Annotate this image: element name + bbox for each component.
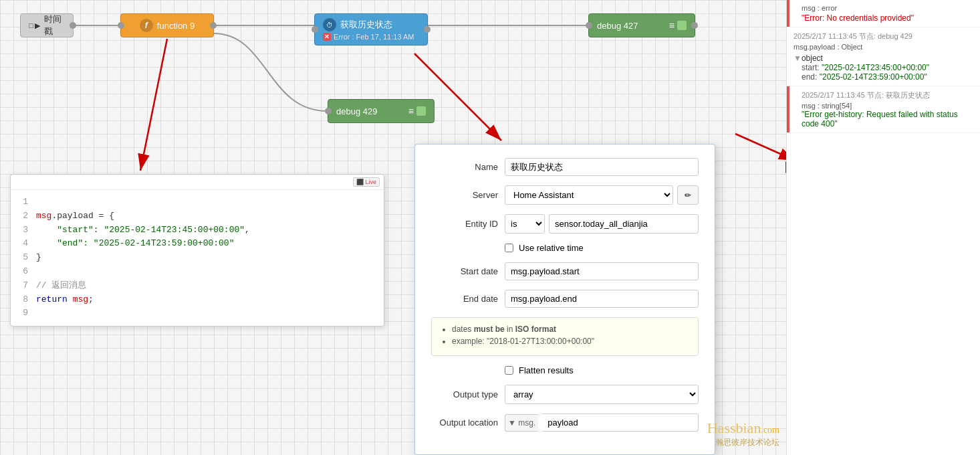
function-port-left[interactable] bbox=[118, 22, 124, 29]
svg-line-1 bbox=[140, 39, 167, 171]
flatten-results-row: Flatten results bbox=[505, 365, 699, 375]
entity-id-label: Entity ID bbox=[431, 219, 498, 229]
debug427-node[interactable]: debug 427 ≡ bbox=[588, 13, 695, 37]
debug427-menu-icon[interactable]: ≡ bbox=[669, 20, 675, 31]
server-label: Server bbox=[431, 190, 498, 200]
hassbian-logo-text: Hassbian bbox=[707, 420, 761, 436]
debug-object-2: ▼object start: "2025-02-14T23:45:00+00:0… bbox=[793, 54, 973, 82]
history-node[interactable]: ⏱ 获取历史状态 ✕ Error : Feb 17, 11:13 AM bbox=[314, 13, 428, 46]
entity-id-row: Entity ID is contains starts with bbox=[431, 214, 699, 234]
hassbian-logo: Hassbian.com bbox=[707, 420, 779, 437]
flatten-label: Flatten results bbox=[519, 365, 574, 375]
debug429-port-left[interactable] bbox=[325, 108, 332, 114]
debug-error-bar-1 bbox=[787, 0, 789, 27]
output-type-select[interactable]: array object bbox=[505, 385, 699, 404]
end-date-label: End date bbox=[431, 294, 498, 304]
history-label: 获取历史状态 bbox=[340, 19, 392, 31]
relative-time-checkbox[interactable] bbox=[505, 244, 513, 252]
debug-msg-type-2: msg.payload : Object bbox=[793, 43, 973, 51]
end-date-input[interactable] bbox=[505, 290, 699, 308]
code-line-6: 6 bbox=[19, 265, 376, 279]
debug-msg-type-1: msg : error bbox=[802, 4, 973, 12]
end-date-row: End date bbox=[431, 290, 699, 308]
entity-input[interactable] bbox=[549, 214, 699, 234]
hassbian-com: .com bbox=[761, 425, 779, 435]
entity-controls: is contains starts with bbox=[505, 214, 699, 234]
server-row: Server Home Assistant ✏ bbox=[431, 185, 699, 205]
code-line-7: 7 // 返回消息 bbox=[19, 279, 376, 293]
code-line-4: 4 "end": "2025-02-14T23:59:00+00:00" bbox=[19, 237, 376, 251]
debug-panel: msg : error "Error: No credentials provi… bbox=[786, 0, 980, 455]
hassbian-subtitle: 瀚思彼岸技术论坛 bbox=[707, 437, 779, 448]
debug429-menu-icon[interactable]: ≡ bbox=[408, 106, 414, 116]
relative-time-row: Use relative time bbox=[505, 243, 699, 253]
output-location-input[interactable] bbox=[542, 414, 699, 432]
function-icon: f bbox=[140, 19, 153, 32]
code-line-8: 8 return msg; bbox=[19, 293, 376, 307]
name-input[interactable] bbox=[505, 158, 699, 176]
info-box: dates must be in ISO format example: "20… bbox=[431, 317, 699, 356]
name-label: Name bbox=[431, 162, 498, 172]
debug-timestamp-2: 2025/2/17 11:13:45 节点: debug 429 bbox=[793, 31, 973, 41]
history-error: ✕ Error : Feb 17, 11:13 AM bbox=[323, 33, 414, 41]
code-line-5: 5 } bbox=[19, 251, 376, 265]
server-edit-button[interactable]: ✏ bbox=[677, 185, 699, 205]
server-controls: Home Assistant ✏ bbox=[505, 185, 699, 205]
debug-panel-spacer bbox=[787, 133, 980, 401]
debug-msg-type-3: msg : string[54] bbox=[802, 102, 973, 110]
debug427-controls: ≡ bbox=[669, 20, 687, 31]
info-item-1: dates must be in ISO format bbox=[452, 325, 689, 334]
info-list: dates must be in ISO format example: "20… bbox=[452, 325, 689, 346]
timestamp-label: 时间戳 bbox=[44, 13, 65, 37]
flatten-checkbox[interactable] bbox=[505, 366, 513, 375]
hassbian-footer: Hassbian.com 瀚思彼岸技术论坛 bbox=[707, 420, 779, 448]
debug-value-3: "Error get-history: Request failed with … bbox=[802, 110, 973, 128]
debug-entry-1-inner: msg : error "Error: No credentials provi… bbox=[796, 4, 973, 23]
history-error-text: Error : Feb 17, 11:13 AM bbox=[334, 33, 414, 41]
entity-type-select[interactable]: is contains starts with bbox=[505, 214, 545, 234]
history-port-right[interactable] bbox=[424, 26, 431, 33]
timestamp-port-right[interactable] bbox=[70, 22, 76, 29]
debug429-active-dot[interactable] bbox=[416, 106, 426, 116]
debug-entry-2: 2025/2/17 11:13:45 节点: debug 429 msg.pay… bbox=[787, 27, 980, 86]
start-date-input[interactable] bbox=[505, 262, 699, 280]
debug427-active-dot[interactable] bbox=[677, 21, 687, 30]
debug-field-start: start: "2025-02-14T23:45:00+00:00" bbox=[802, 63, 973, 72]
output-location-prefix: ▼ msg. bbox=[505, 414, 538, 432]
function-node[interactable]: f function 9 bbox=[120, 13, 214, 37]
info-item-2: example: "2018-01-27T13:00:00+00:00" bbox=[452, 337, 689, 346]
debug-object-label: ▼object bbox=[793, 54, 973, 63]
debug-object-inner: start: "2025-02-14T23:45:00+00:00" end: … bbox=[793, 63, 973, 82]
code-line-9: 9 bbox=[19, 306, 376, 321]
debug-field-end: end: "2025-02-14T23:59:00+00:00" bbox=[802, 72, 973, 82]
output-type-label: Output type bbox=[431, 389, 498, 399]
function-label: function 9 bbox=[157, 21, 195, 31]
svg-line-2 bbox=[414, 54, 501, 141]
output-location-label: Output location bbox=[431, 418, 498, 428]
debug427-label: debug 427 bbox=[597, 21, 638, 31]
output-location-row: Output location ▼ msg. bbox=[431, 414, 699, 432]
history-port-left[interactable] bbox=[312, 26, 318, 33]
code-expand-btn[interactable]: ⬛ Live bbox=[353, 177, 380, 187]
code-line-2: 2 msg.payload = { bbox=[19, 209, 376, 223]
code-editor-panel: ⬛ Live 1 2 msg.payload = { 3 "start": "2… bbox=[10, 174, 384, 327]
timestamp-node[interactable]: □ ▶ 时间戳 bbox=[20, 13, 74, 37]
debug-error-bar-3 bbox=[787, 86, 789, 132]
start-date-label: Start date bbox=[431, 266, 498, 276]
debug429-node[interactable]: debug 429 ≡ bbox=[328, 99, 435, 123]
debug429-label: debug 429 bbox=[336, 106, 377, 116]
name-row: Name bbox=[431, 158, 699, 176]
code-line-3: 3 "start": "2025-02-14T23:45:00+00:00", bbox=[19, 223, 376, 238]
history-node-top: ⏱ 获取历史状态 bbox=[323, 18, 392, 31]
function-port-right[interactable] bbox=[210, 22, 217, 29]
output-type-row: Output type array object bbox=[431, 385, 699, 404]
server-select[interactable]: Home Assistant bbox=[505, 185, 673, 205]
timestamp-icons: □ ▶ bbox=[29, 21, 40, 30]
code-content: 1 2 msg.payload = { 3 "start": "2025-02-… bbox=[11, 190, 384, 326]
start-date-row: Start date bbox=[431, 262, 699, 280]
debug427-port-right[interactable] bbox=[691, 22, 698, 29]
debug427-port-left[interactable] bbox=[586, 22, 592, 29]
debug429-controls: ≡ bbox=[408, 106, 426, 116]
debug-entry-3: 2025/2/17 11:13:45 节点: 获取历史状态 msg : stri… bbox=[787, 86, 980, 133]
output-location-controls: ▼ msg. bbox=[505, 414, 699, 432]
